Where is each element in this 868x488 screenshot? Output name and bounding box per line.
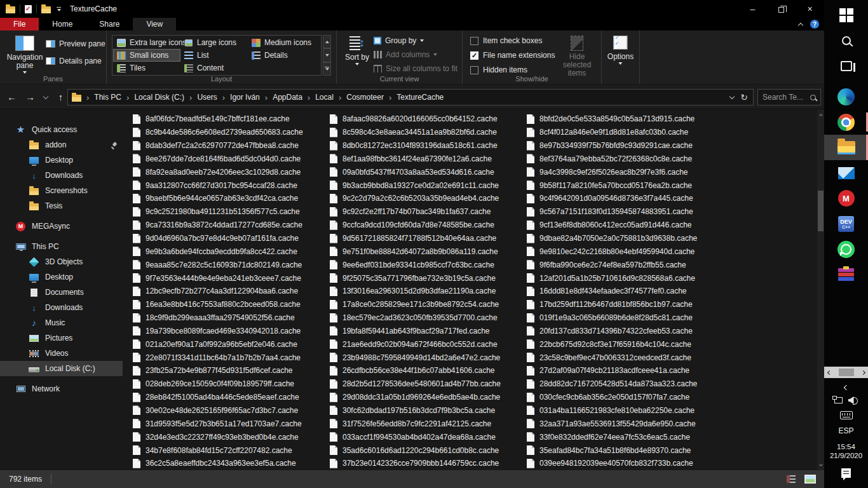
customize-qat-button[interactable] bbox=[55, 7, 61, 11]
address-bar[interactable]: This PCLocal Disk (C:)UsersIgor IvánAppD… bbox=[67, 89, 754, 105]
tab-view[interactable]: View bbox=[133, 18, 176, 30]
file-item[interactable]: 8c9b44de586c6e608ed2739ead650683.cache bbox=[130, 126, 324, 139]
file-item[interactable]: 9c2c2d79a2c62c6b5203a35b9ead4eb4.cache bbox=[327, 192, 521, 205]
file-item[interactable]: 31f7526fe56edd8b7c9fc2291af42125.cache bbox=[327, 417, 521, 430]
layout-option-medium-icons[interactable]: Medium icons bbox=[248, 36, 315, 49]
file-item[interactable]: 23b94988c7595849949d14bd2a6e47e2.cache bbox=[327, 351, 521, 364]
taskbar-task-view[interactable] bbox=[824, 53, 868, 79]
layout-option-tiles[interactable]: Tiles bbox=[113, 62, 180, 74]
file-item[interactable]: 9f7e3563e444b9e4e9eba241eb3ceee7.cache bbox=[130, 271, 324, 285]
file-item[interactable]: 9d561721885824f71788f512b40e64aa.cache bbox=[327, 232, 521, 245]
checkbox-hidden-items[interactable]: Hidden items bbox=[470, 65, 555, 74]
file-item[interactable]: 9c92cf2e2ff17b74b07bac349b1fa637.cache bbox=[327, 205, 521, 219]
sidebar-item-quick-access[interactable]: Quick access bbox=[0, 122, 127, 137]
taskbar-edge[interactable] bbox=[824, 84, 868, 109]
sidebar-item-megasync[interactable]: MEGAsync bbox=[0, 219, 127, 234]
file-item[interactable]: 12bc9ecfb72b277c4aa3df122904baa6.cache bbox=[130, 285, 324, 298]
file-item[interactable]: 28dd82dc7167205428d514da873aa323.cache bbox=[524, 377, 718, 391]
tab-file[interactable]: File bbox=[0, 18, 39, 30]
file-item[interactable]: 8ef3764aa79ebba52bc72f26368c0c8e.cache bbox=[524, 152, 718, 166]
taskbar-chrome[interactable] bbox=[824, 109, 868, 135]
volume-icon[interactable] bbox=[848, 396, 858, 404]
file-item[interactable]: 9e9810ec242c2168b80e4ebf4959940d.cache bbox=[524, 245, 718, 258]
gallery-more-button[interactable] bbox=[323, 62, 331, 76]
file-item[interactable]: 33f0e832ddedf62e74eea7fc53c6eac5.cache bbox=[524, 430, 718, 444]
close-button[interactable]: × bbox=[796, 0, 824, 18]
file-item[interactable]: 9eaaa85c7e282c5c16093b71dc802149.cache bbox=[130, 258, 324, 271]
action-center-icon[interactable] bbox=[841, 468, 851, 478]
scroll-up-icon[interactable] bbox=[817, 111, 824, 118]
layout-option-small-icons[interactable]: Small icons bbox=[113, 49, 180, 62]
file-item[interactable]: 9f6fba990ce6e2c74ef8ea597b2ffb55.cache bbox=[524, 258, 718, 271]
back-button[interactable]: ← bbox=[4, 89, 20, 105]
properties-icon[interactable] bbox=[25, 5, 32, 13]
file-item[interactable]: 9dbae82a4b7050e2a0c75881b3d9638b.cache bbox=[524, 232, 718, 245]
tray-expand-icon[interactable] bbox=[843, 385, 848, 390]
details-pane-button[interactable]: Details pane bbox=[46, 57, 105, 65]
breadcrumb-segment[interactable]: Igor Iván bbox=[217, 93, 260, 102]
network-icon[interactable] bbox=[834, 397, 843, 403]
breadcrumb-segment[interactable]: This PC bbox=[81, 93, 121, 102]
taskbar-whatsapp[interactable] bbox=[824, 236, 868, 262]
language-indicator[interactable]: ESP bbox=[838, 426, 853, 435]
sidebar-item-network[interactable]: Network bbox=[0, 381, 127, 396]
sidebar-item-pictures[interactable]: Pictures bbox=[0, 330, 127, 346]
file-item[interactable]: 20fd137cd833d714396b74322cfeeb53.cache bbox=[524, 325, 718, 338]
file-item[interactable]: 039ee948192039ee40570fcb832f733b.cache bbox=[524, 457, 718, 470]
file-item[interactable]: 16ddd81e8df434efaadec3f74577fef0.cache bbox=[524, 285, 718, 298]
taskbar-explorer[interactable] bbox=[824, 135, 868, 160]
taskbar-devcpp[interactable] bbox=[824, 211, 868, 236]
new-folder-icon[interactable] bbox=[41, 6, 51, 13]
file-item[interactable]: 32aa371a93ae5536913f55429da6e950.cache bbox=[524, 417, 718, 430]
tab-home[interactable]: Home bbox=[39, 18, 86, 30]
file-item[interactable]: 8af06fdc7beadfd5e149c7bffcf181ee.cache bbox=[130, 112, 324, 126]
breadcrumb-segment[interactable]: TextureCache bbox=[384, 93, 444, 102]
restore-button[interactable] bbox=[767, 0, 796, 18]
file-item[interactable]: 32d4e3ed3c22327ff49c93eb3bed0b4e.cache bbox=[130, 430, 324, 444]
thumbnails-view-button[interactable] bbox=[803, 473, 818, 485]
scrollbar-thumb[interactable] bbox=[818, 191, 824, 231]
file-item[interactable]: 8cf4f012a846e0e9f1d8d81e8afc03b0.cache bbox=[524, 126, 718, 139]
checkbox-item-check-boxes[interactable]: Item check boxes bbox=[470, 36, 555, 45]
file-item[interactable]: 16ea3e8bb416c7553af880c2bceed058.cache bbox=[130, 298, 324, 311]
file-item[interactable]: 9a4c3998c9ef26f5026eac8b29f7e3f6.cache bbox=[524, 165, 718, 179]
file-item[interactable]: 22e8071f3341d11bc64b7a1b7b2b7aa4.cache bbox=[130, 351, 324, 364]
file-item[interactable]: 35ad6c6016d6ad1220c294b661cd0b8c.cache bbox=[327, 444, 521, 457]
breadcrumb-segment[interactable]: Cosmoteer bbox=[334, 93, 384, 102]
sidebar-item-desktop[interactable]: Desktop bbox=[0, 152, 127, 168]
file-item[interactable]: 8bfd2de0c5e533a8549c0b5aa713d915.cache bbox=[524, 112, 718, 126]
file-item[interactable]: 17a8ce0c285829ee171c3b9be8792c54.cache bbox=[327, 298, 521, 311]
file-item[interactable]: 28eb842f51005ad4ba446c5ede85eaef.cache bbox=[130, 391, 324, 404]
gallery-scroll-up-button[interactable] bbox=[323, 35, 331, 48]
file-item[interactable]: 30e02ce48de2625165f96f65ac7d3bc7.cache bbox=[130, 404, 324, 417]
taskbar-winrar[interactable] bbox=[824, 262, 868, 287]
forward-button[interactable]: → bbox=[22, 89, 38, 105]
help-icon[interactable] bbox=[810, 20, 819, 29]
file-item[interactable]: 31d9593f5e5d27b3b651a17ed1703ae7.cache bbox=[130, 417, 324, 430]
file-item[interactable]: 9e9b3a6bde94fccba9ecddb9fa8cc422.cache bbox=[130, 245, 324, 258]
clock[interactable]: 15:54 21/9/2020 bbox=[830, 442, 862, 460]
file-item[interactable]: 17bd259df112b6467dd81bf856bc1b97.cache bbox=[524, 298, 718, 311]
file-item[interactable]: 8c598c4c3e8aeac34451a1ea9b82bf6d.cache bbox=[327, 126, 521, 139]
options-button[interactable]: Options bbox=[607, 36, 634, 65]
file-item[interactable]: 12af201d5a1b25b710616d9c828568a6.cache bbox=[524, 271, 718, 285]
file-item[interactable]: 19bfa8f59441ab643f9bacf29a717fed.cache bbox=[327, 325, 521, 338]
address-dropdown-icon[interactable] bbox=[729, 94, 735, 99]
sidebar-item-videos[interactable]: Videos bbox=[0, 346, 127, 361]
file-item[interactable]: 22bcb675d92c8cf3e17f65916b4c104c.cache bbox=[524, 337, 718, 351]
sidebar-item-this-pc[interactable]: This PC bbox=[0, 239, 127, 254]
preview-pane-button[interactable]: Preview pane bbox=[46, 39, 105, 48]
sidebar-item-music[interactable]: Music bbox=[0, 315, 127, 330]
file-item[interactable]: 9c9c2521980ba4911231b51356f577c5.cache bbox=[130, 205, 324, 219]
file-item[interactable]: 8db0c81272ec3104f893196daa518c61.cache bbox=[327, 139, 521, 152]
layout-option-extra-large-icons[interactable]: Extra large icons bbox=[113, 36, 180, 49]
sort-by-button[interactable]: Sort by bbox=[344, 36, 370, 65]
file-item[interactable]: 021a20ef90a17a0f992a96b5ebf2e046.cache bbox=[130, 337, 324, 351]
file-item[interactable]: 8fa92ea8ad0eeb72e4206eec3c1029d8.cache bbox=[130, 165, 324, 179]
scroll-down-icon[interactable] bbox=[817, 461, 824, 469]
file-item[interactable]: 8ef1aa98fbbc3614f24ea67390fe12a6.cache bbox=[327, 152, 521, 166]
file-item[interactable]: 35eafad84bc7fa34a51b8f6bd4e89370.cache bbox=[524, 444, 718, 457]
tab-share[interactable]: Share bbox=[86, 18, 133, 30]
file-item[interactable]: 8ee267dde7dce8164f6bad6d5dc0d4d0.cache bbox=[130, 152, 324, 166]
recent-locations-button[interactable] bbox=[41, 89, 50, 105]
